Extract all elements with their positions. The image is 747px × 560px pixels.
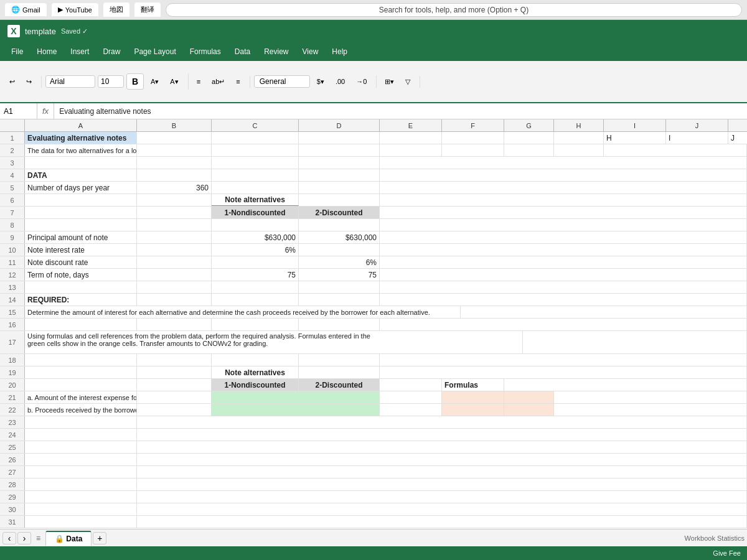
cell-d18[interactable] [299,354,380,366]
cell-rest29[interactable] [137,491,747,503]
cell-c13[interactable] [212,281,299,293]
menu-formulas[interactable]: Formulas [184,45,227,58]
cell-b5[interactable]: 360 [137,182,212,194]
add-sheet-button[interactable]: + [93,532,106,544]
cell-a5[interactable]: Number of days per year [25,182,137,194]
cell-i1[interactable]: H [604,132,666,144]
cell-c20[interactable]: 1-Nondiscounted [212,379,299,391]
cell-rest22[interactable] [554,404,747,416]
col-header-k[interactable]: K [728,119,747,131]
cell-a10[interactable]: Note interest rate [25,244,137,256]
cell-f21[interactable] [442,391,504,403]
cell-a16[interactable] [25,319,137,330]
cell-c14[interactable] [212,294,299,306]
cell-a20[interactable] [25,379,137,391]
cell-d10[interactable] [299,244,380,256]
cell-rest2[interactable] [604,144,747,156]
col-header-e[interactable]: E [380,119,442,131]
cell-b7[interactable] [137,207,212,218]
menu-review[interactable]: Review [258,45,294,58]
bold-button[interactable]: B [126,73,144,90]
cell-rest11[interactable] [380,256,747,268]
cell-b16[interactable] [137,319,212,330]
cell-d6[interactable] [299,194,380,206]
workbook-stats[interactable]: Workbook Statistics [685,534,745,542]
cell-e21[interactable] [380,391,442,403]
align-left-button[interactable]: ≡ [192,76,205,87]
cell-b4[interactable] [137,169,212,181]
cell-rest12[interactable] [380,269,747,281]
col-header-i[interactable]: I [604,119,666,131]
cell-rest9[interactable] [380,231,747,243]
cell-a30[interactable] [25,503,137,515]
cell-c19[interactable]: Note alternatives [212,366,299,378]
cell-d2[interactable] [299,144,380,156]
cell-h2[interactable] [554,144,604,156]
cell-a21[interactable]: a. Amount of the interest expense for ea… [25,391,137,403]
cell-a17[interactable]: Using formulas and cell references from … [25,331,523,353]
percent-format-button[interactable]: .00 [331,76,349,87]
cell-f20[interactable]: Formulas [442,379,504,391]
cell-c5[interactable] [212,182,299,194]
cell-c6[interactable]: Note alternatives [212,194,299,206]
cell-e1[interactable] [380,132,442,144]
cell-d1[interactable] [299,132,380,144]
col-header-d[interactable]: D [299,119,380,131]
cell-c11[interactable] [212,256,299,268]
decimal-button[interactable]: →0 [352,76,371,87]
cell-d3[interactable] [299,157,380,169]
cell-c16[interactable] [212,319,299,330]
cell-b12[interactable] [137,269,212,281]
cell-d20[interactable]: 2-Discounted [299,379,380,391]
browser-tab-youtube[interactable]: ▶ YouTube [52,3,98,16]
cell-a27[interactable] [25,466,137,478]
col-header-h[interactable]: H [554,119,604,131]
cell-c1[interactable] [212,132,299,144]
col-header-j[interactable]: J [666,119,728,131]
cell-g1[interactable] [504,132,554,144]
cell-d9[interactable]: $630,000 [299,231,380,243]
font-color-button[interactable]: A▾ [166,76,182,88]
cell-d21[interactable] [299,391,380,403]
menu-help[interactable]: Help [326,45,354,58]
cell-b22[interactable] [137,404,212,416]
menu-page-layout[interactable]: Page Layout [128,45,182,58]
cell-b9[interactable] [137,231,212,243]
cell-rest4[interactable] [380,169,747,181]
search-bar[interactable]: Search for tools, help, and more (Option… [166,3,742,17]
cell-rest5[interactable] [380,182,747,194]
col-header-f[interactable]: F [442,119,504,131]
cell-rest25[interactable] [137,441,747,453]
conditional-format-button[interactable]: ⊞▾ [380,76,398,88]
cell-a1[interactable]: Evaluating alternative notes [25,132,137,144]
cell-a8[interactable] [25,219,137,231]
cell-rest17[interactable] [523,331,747,353]
cell-c18[interactable] [212,354,299,366]
cell-rest24[interactable] [137,429,747,441]
cell-a14[interactable]: REQUIRED: [25,294,137,306]
undo-button[interactable]: ↩ [5,76,19,88]
cell-a28[interactable] [25,478,137,490]
cell-c22[interactable] [212,404,299,416]
font-family-input[interactable] [45,75,95,88]
font-size-input[interactable] [98,75,124,88]
cell-b13[interactable] [137,281,212,293]
cell-f1[interactable] [442,132,504,144]
col-header-g[interactable]: G [504,119,554,131]
filter-button[interactable]: ▽ [401,76,415,88]
cell-a2[interactable]: The data for two alternatives for a loan… [25,144,137,156]
cell-a31[interactable] [25,516,137,528]
wrap-text-button[interactable]: ab↵ [207,76,229,88]
cell-b3[interactable] [137,157,212,169]
cell-g22[interactable] [504,404,554,416]
cell-rest15[interactable] [461,306,747,318]
cell-b14[interactable] [137,294,212,306]
cell-c7[interactable]: 1-Nondiscounted [212,207,299,218]
cell-d11[interactable]: 6% [299,256,380,268]
cell-j1[interactable]: I [666,132,728,144]
cell-rest23[interactable] [137,416,747,428]
cell-c2[interactable] [212,144,299,156]
cell-a11[interactable]: Note discount rate [25,256,137,268]
browser-tab-map[interactable]: 地図 [103,2,129,17]
cell-d22[interactable] [299,404,380,416]
